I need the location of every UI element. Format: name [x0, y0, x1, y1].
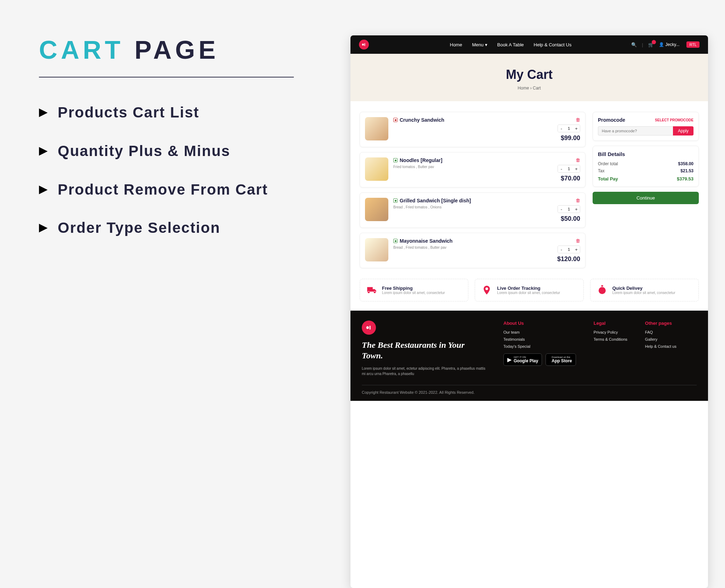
svg-rect-3 [601, 285, 603, 287]
product-thumb [365, 157, 388, 181]
google-play-badge[interactable]: ▶ GET IT ONGoogle Play [503, 353, 542, 366]
cart-list: Crunchy Sandwich 🗑 - 1 + $99.00 [360, 112, 586, 268]
cart-item: Mayonnaise Sandwich Bread , Fried tomato… [360, 233, 586, 268]
feature-text: Quantity Plus & Minus [58, 141, 230, 162]
breadcrumb-home[interactable]: Home [518, 86, 529, 91]
item-name: Grilled Sandwich [Single dish] [393, 198, 553, 203]
qty-minus-button[interactable]: - [558, 206, 565, 213]
item-controls: 🗑 - 1 + $120.00 [557, 238, 580, 263]
feature-item: ▶ Order Type Selection [39, 218, 329, 238]
bill-title: Bill Details [598, 151, 693, 157]
promocode-input[interactable] [598, 126, 673, 136]
item-info: Crunchy Sandwich [393, 117, 553, 123]
veg-icon [393, 198, 398, 203]
footer-link[interactable]: Gallery [645, 337, 677, 341]
footer-col-about: About Us Our team Testimonials Today's S… [503, 321, 576, 376]
item-name: Mayonnaise Sandwich [393, 238, 552, 244]
breadcrumb: Home › Cart [350, 86, 708, 91]
promo-header: Promocode SELECT PROMOCODE [598, 117, 693, 123]
breadcrumb-current: Cart [533, 86, 541, 91]
svg-rect-1 [364, 43, 365, 46]
remove-button[interactable]: 🗑 [576, 117, 580, 122]
quantity-stepper: - 1 + [558, 205, 580, 213]
footer-link[interactable]: Privacy Policy [594, 330, 627, 334]
arrow-icon: ▶ [39, 182, 48, 196]
apply-button[interactable]: Apply [673, 126, 693, 136]
cart-item: Crunchy Sandwich 🗑 - 1 + $99.00 [360, 112, 586, 147]
item-info: Grilled Sandwich [Single dish] Bread , F… [393, 198, 553, 209]
rtl-toggle[interactable]: RTL [686, 41, 700, 48]
nav-book-table[interactable]: Book A Table [497, 42, 524, 47]
content-area: Crunchy Sandwich 🗑 - 1 + $99.00 [350, 101, 708, 279]
arrow-icon: ▶ [39, 144, 48, 157]
remove-button[interactable]: 🗑 [576, 238, 580, 243]
qty-plus-button[interactable]: + [573, 206, 580, 213]
select-promocode-link[interactable]: SELECT PROMOCODE [655, 118, 693, 122]
qty-plus-button[interactable]: + [573, 165, 580, 172]
qty-plus-button[interactable]: + [573, 246, 580, 253]
footer-top: The Best Restaurants in Your Town. Lorem… [362, 321, 697, 376]
feature-item: ▶ Products Cart List [39, 102, 329, 123]
user-menu[interactable]: 👤Jecky... [659, 42, 680, 47]
search-icon[interactable]: 🔍 [631, 42, 637, 47]
feature-item: ▶ Quantity Plus & Minus [39, 141, 329, 162]
footer-link[interactable]: Terms & Conditions [594, 337, 627, 341]
embedded-cart-page: Home Menu ▾ Book A Table Help & Contact … [350, 35, 708, 588]
info-title: Quick Delivey [612, 286, 675, 291]
map-pin-icon [481, 284, 493, 296]
footer-link[interactable]: FAQ [645, 330, 677, 334]
summary-column: Promocode SELECT PROMOCODE Apply Bill De… [593, 112, 699, 268]
qty-value: 1 [565, 167, 573, 171]
product-thumb [365, 238, 388, 261]
footer-tagline: The Best Restaurants in Your Town. [362, 340, 486, 361]
item-controls: 🗑 - 1 + $99.00 [558, 117, 580, 142]
item-name: Noodles [Regular] [393, 157, 553, 163]
footer-link[interactable]: Help & Contact us [645, 344, 677, 348]
qty-minus-button[interactable]: - [558, 246, 565, 253]
nav-help[interactable]: Help & Contact Us [534, 42, 572, 47]
nav-menu[interactable]: Menu ▾ [472, 42, 487, 47]
info-title: Free Shipping [382, 286, 445, 291]
veg-icon [393, 158, 398, 162]
footer-desc: Lorem ipsum dolor sit amet, ectetur adip… [362, 366, 486, 376]
cart-item: Grilled Sandwich [Single dish] Bread , F… [360, 192, 586, 228]
item-price: $70.00 [561, 175, 580, 182]
footer-brand: The Best Restaurants in Your Town. Lorem… [362, 321, 486, 376]
svg-point-0 [362, 44, 364, 45]
qty-minus-button[interactable]: - [558, 165, 565, 172]
app-store-badge[interactable]: Download on theApp Store [546, 353, 576, 366]
item-info: Noodles [Regular] Fried tomatos , Butter… [393, 157, 553, 169]
qty-value: 1 [565, 126, 573, 131]
cart-item: Noodles [Regular] Fried tomatos , Butter… [360, 152, 586, 188]
remove-button[interactable]: 🗑 [576, 198, 580, 203]
feature-text: Products Cart List [58, 102, 199, 123]
truck-icon [366, 284, 378, 296]
hero: My Cart Home › Cart [350, 54, 708, 101]
item-sub: Bread , Fried tomatos , Butter pav [393, 246, 552, 249]
feature-item: ▶ Product Remove From Cart [39, 179, 329, 200]
promo-input-row: Apply [598, 126, 693, 136]
footer-link[interactable]: Today's Special [503, 344, 576, 348]
arrow-icon: ▶ [39, 105, 48, 119]
play-icon: ▶ [507, 356, 512, 363]
info-strip: Free Shipping Lorem ipsum dolor sit amet… [350, 279, 708, 311]
footer-logo [362, 321, 376, 335]
footer-link[interactable]: Testimonials [503, 337, 576, 341]
info-title: Live Order Tracking [497, 286, 560, 291]
promo-title: Promocode [598, 117, 625, 123]
nonveg-icon [393, 118, 398, 122]
continue-button[interactable]: Continue [593, 192, 699, 204]
item-controls: 🗑 - 1 + $70.00 [558, 157, 580, 182]
footer-link[interactable]: Our team [503, 330, 576, 334]
remove-button[interactable]: 🗑 [576, 157, 580, 163]
qty-plus-button[interactable]: + [573, 125, 580, 132]
nav-home[interactable]: Home [450, 42, 462, 47]
quantity-stepper: - 1 + [558, 125, 580, 132]
info-box-delivery: Quick Delivey Lorem ipsum dolor sit amet… [590, 279, 699, 301]
chevron-down-icon: ▾ [485, 42, 487, 47]
qty-minus-button[interactable]: - [558, 125, 565, 132]
brand-logo[interactable] [359, 40, 369, 50]
cart-icon[interactable]: 🛒 [648, 42, 654, 47]
info-box-tracking: Live Order Tracking Lorem ipsum dolor si… [475, 279, 583, 301]
footer-col-other: Other pages FAQ Gallery Help & Contact u… [645, 321, 677, 376]
